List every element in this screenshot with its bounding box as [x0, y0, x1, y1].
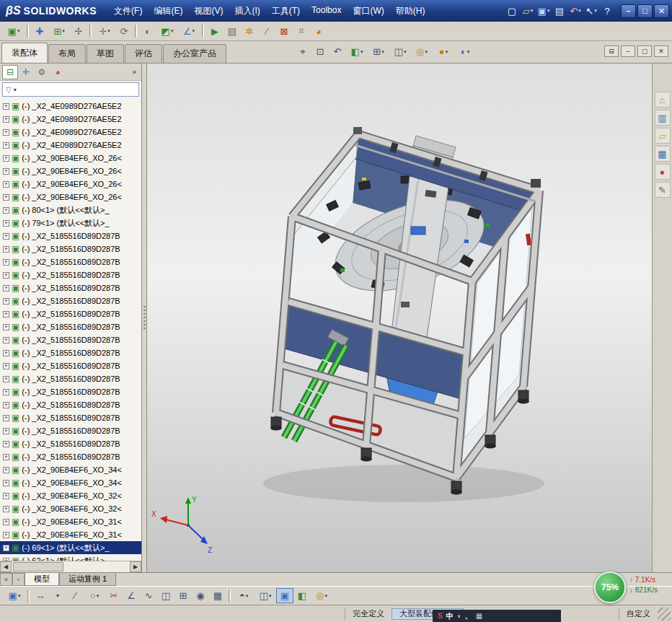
- file-explorer-icon[interactable]: ▱: [655, 128, 671, 144]
- line-icon[interactable]: ∕: [66, 588, 84, 603]
- expand-icon[interactable]: +: [3, 233, 9, 240]
- select-cursor-icon[interactable]: ↖: [583, 4, 599, 18]
- toolbar-icon[interactable]: [27, 25, 29, 38]
- expand-icon[interactable]: +: [3, 298, 9, 305]
- tree-item[interactable]: + ▣ (-) 69<1> (默认<<默认>_: [0, 541, 141, 554]
- 3d-model-viewport[interactable]: Y X Z: [147, 63, 652, 572]
- expand-icon[interactable]: +: [3, 402, 9, 408]
- reference-geometry-icon[interactable]: ∠: [178, 24, 200, 39]
- tree-item[interactable]: + ▣ (-) _X2_5185516D89D287B: [0, 255, 141, 268]
- expand-icon[interactable]: +: [3, 116, 9, 123]
- apply-scene-icon[interactable]: ◐: [454, 44, 476, 59]
- tree-item[interactable]: + ▣ (-) 80<1> (默认<<默认>_: [0, 203, 141, 216]
- tree-item[interactable]: + ▣ (-) _X2_4E0989D276AE5E2: [0, 100, 141, 113]
- menu-file[interactable]: 文件(F): [108, 3, 148, 19]
- zoom-fit-icon[interactable]: ⌖: [294, 44, 311, 59]
- expand-icon[interactable]: +: [3, 454, 9, 460]
- tree-item[interactable]: + ▣ (-) _X2_90E84EF6_XO_32<: [0, 489, 141, 502]
- previous-view-icon[interactable]: ↶: [329, 44, 346, 59]
- tree-item[interactable]: + ▣ (-) _X2_5185516D89D287B: [0, 359, 141, 372]
- tree-item[interactable]: + ▣ (-) _X2_5185516D89D287B: [0, 437, 141, 450]
- print-icon[interactable]: ▤: [552, 4, 567, 18]
- input-shape-icon[interactable]: ◗: [457, 613, 461, 620]
- tree-item[interactable]: + ▣ (-) _X2_90E84EF6_XO_34<: [0, 476, 141, 489]
- expand-icon[interactable]: +: [3, 207, 9, 214]
- expand-icon[interactable]: +: [3, 441, 9, 447]
- tab-motion-study-1[interactable]: 运动算例 1: [59, 573, 116, 586]
- hide-show-items-icon[interactable]: ◎: [311, 588, 332, 603]
- propertymanager-tab[interactable]: ✛: [18, 65, 34, 79]
- appearance-icon[interactable]: ◕: [310, 24, 327, 39]
- tree-item[interactable]: + ▣ (-) _X2_5185516D89D287B: [0, 307, 141, 320]
- tree-item[interactable]: + ▣ (-) _X2_90E84EF6_XO_32<: [0, 502, 141, 515]
- expand-icon[interactable]: +: [3, 285, 9, 292]
- mate-icon[interactable]: ✚: [31, 24, 48, 39]
- tab-layout[interactable]: 布局: [48, 44, 86, 63]
- expand-icon[interactable]: +: [3, 545, 9, 551]
- tree-item[interactable]: + ▣ (-) _X2_5185516D89D287B: [0, 320, 141, 333]
- menu-help[interactable]: 帮助(H): [390, 3, 431, 19]
- trim-entities-icon[interactable]: ✂: [105, 588, 123, 603]
- sketch-fillet-icon[interactable]: ∠: [123, 588, 140, 603]
- spline-icon[interactable]: ∿: [140, 588, 157, 603]
- design-library-icon[interactable]: ▥: [655, 110, 671, 126]
- tree-item[interactable]: + ▣ (-) _X2_5185516D89D287B: [0, 281, 141, 294]
- toolbar-icon[interactable]: [202, 25, 204, 38]
- close-button[interactable]: ✕: [654, 4, 669, 18]
- edit-appearance-icon[interactable]: ●: [433, 44, 454, 59]
- tree-item[interactable]: + ▣ (-) _X2_4E0989D276AE5E2: [0, 126, 141, 139]
- expand-icon[interactable]: +: [3, 506, 9, 512]
- tree-item[interactable]: + ▣ (-) _X2_5185516D89D287B: [0, 398, 141, 411]
- performance-widget[interactable]: 75% ↑ 7.1K/s ↓ 821K/s: [594, 571, 658, 603]
- tree-item[interactable]: + ▣ (-) _X2_4E0989D276AE5E2: [0, 139, 141, 152]
- tree-item[interactable]: + ▣ (-) _X2_5185516D89D287B: [0, 268, 141, 281]
- expand-icon[interactable]: +: [3, 129, 9, 136]
- expand-icon[interactable]: +: [3, 324, 9, 330]
- tree-item[interactable]: + ▣ (-) _X2_5185516D89D287B: [0, 294, 141, 307]
- doc-restore-button[interactable]: ▢: [637, 45, 652, 57]
- tree-item[interactable]: + ▣ (-) _X2_5185516D89D287B: [0, 346, 141, 359]
- graphics-area[interactable]: Y X Z: [147, 63, 652, 572]
- zoom-area-icon[interactable]: ⊡: [311, 44, 329, 59]
- toolbar-icon[interactable]: [135, 25, 137, 38]
- tree-filter[interactable]: ▽ ▾: [2, 82, 139, 97]
- maximize-button[interactable]: □: [637, 4, 653, 18]
- tab-office-products[interactable]: 办公室产品: [163, 44, 226, 63]
- doc-close-button[interactable]: ✕: [654, 45, 668, 57]
- menu-tools[interactable]: 工具(T): [266, 3, 306, 19]
- custom-properties-icon[interactable]: ✎: [655, 182, 671, 198]
- solidworks-resources-icon[interactable]: ⌂: [655, 92, 671, 108]
- show-hidden-components-icon[interactable]: ◐: [139, 24, 156, 39]
- expand-icon[interactable]: +: [3, 363, 9, 369]
- new-document-icon[interactable]: ▢: [504, 4, 520, 18]
- tree-item[interactable]: + ▣ (-) _X2_5185516D89D287B: [0, 242, 141, 255]
- menu-view[interactable]: 视图(V): [188, 3, 229, 19]
- sketch-tool-icon[interactable]: [27, 590, 30, 603]
- tree-item[interactable]: + ▣ (-) _X2_5185516D89D287B: [0, 424, 141, 437]
- shaded-with-edges-icon[interactable]: ▣: [276, 588, 293, 603]
- scroll-right-icon[interactable]: ▶: [130, 561, 141, 572]
- tree-item[interactable]: + ▣ (-) _X2_5185516D89D287B: [0, 450, 141, 463]
- view-orientation-icon[interactable]: ◓: [233, 588, 255, 603]
- display-style-icon[interactable]: ◫: [389, 44, 411, 59]
- tab-sketch[interactable]: 草图: [87, 44, 124, 63]
- first-tab-button[interactable]: «: [0, 573, 12, 586]
- expand-icon[interactable]: +: [3, 311, 9, 317]
- expand-icon[interactable]: +: [3, 155, 9, 162]
- linear-sketch-pattern-icon[interactable]: ⊞: [174, 588, 192, 603]
- linear-component-pattern-icon[interactable]: ⊞: [48, 24, 70, 39]
- tree-item[interactable]: + ▣ (-) _X2_90E84EF6_XO_34<: [0, 463, 141, 476]
- expand-icon[interactable]: +: [3, 272, 9, 279]
- displaymanager-tab[interactable]: ◕: [50, 65, 66, 79]
- circle-icon[interactable]: ○: [84, 588, 105, 603]
- open-icon[interactable]: ▱: [520, 4, 536, 18]
- expand-icon[interactable]: +: [3, 389, 9, 395]
- menu-toolbox[interactable]: Toolbox: [306, 3, 347, 19]
- save-icon[interactable]: ▣: [536, 4, 552, 18]
- move-component-icon[interactable]: ✛: [94, 24, 115, 39]
- panel-splitter[interactable]: [142, 63, 147, 572]
- expand-icon[interactable]: +: [3, 337, 9, 343]
- minimize-button[interactable]: –: [621, 4, 636, 18]
- expand-icon[interactable]: +: [3, 142, 9, 149]
- assembly-features-icon[interactable]: ◩: [156, 24, 178, 39]
